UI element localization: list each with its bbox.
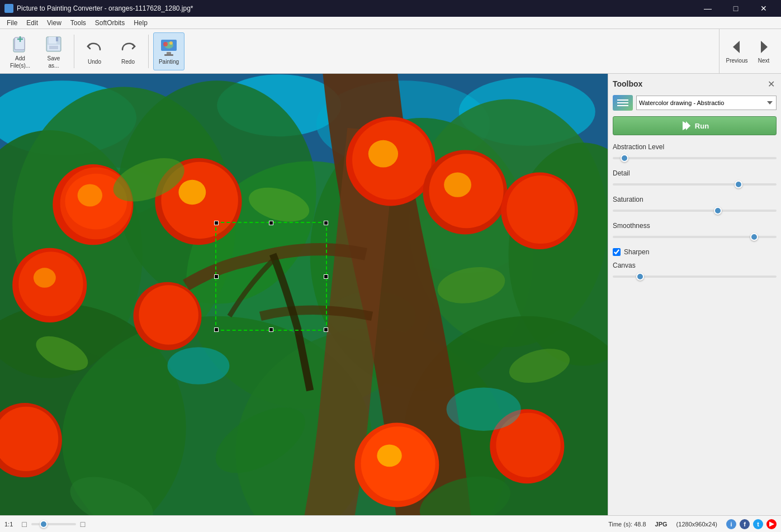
title-bar: Picture to Painting Converter - oranges-…	[0, 0, 781, 17]
minimize-button[interactable]: —	[695, 0, 721, 17]
painting-button[interactable]: Painting	[153, 32, 184, 70]
toolbar-separator-1	[74, 35, 74, 68]
save-as-label2: as...	[49, 63, 59, 69]
previous-label: Previous	[726, 58, 748, 64]
svg-marker-15	[733, 41, 740, 53]
svg-point-58	[377, 444, 401, 467]
run-icon	[680, 120, 692, 131]
canvas-section: Canvas	[613, 262, 777, 282]
svg-marker-16	[761, 41, 768, 53]
app-icon	[4, 4, 13, 13]
svg-rect-6	[56, 37, 58, 41]
run-label: Run	[695, 122, 709, 130]
saturation-section: Saturation	[613, 196, 777, 216]
sharpen-checkbox[interactable]	[613, 248, 621, 256]
undo-icon	[84, 37, 105, 58]
svg-point-71	[167, 347, 229, 384]
zoom-minus-icon[interactable]: □	[22, 520, 26, 529]
previous-arrow-icon	[728, 39, 745, 56]
detail-section: Detail	[613, 169, 777, 190]
sharpen-row: Sharpen	[613, 248, 777, 256]
redo-button[interactable]: Redo	[112, 32, 144, 70]
abstraction-level-label: Abstraction Level	[613, 143, 777, 151]
smoothness-slider[interactable]	[613, 236, 777, 238]
toolbar-separator-2	[148, 35, 149, 68]
youtube-icon[interactable]: ▶	[766, 519, 777, 529]
status-format: JPG	[655, 521, 668, 528]
add-files-label: Add	[15, 55, 25, 61]
redo-label: Redo	[121, 59, 135, 65]
maximize-button[interactable]: □	[723, 0, 749, 17]
zoom-ratio: 1:1	[4, 521, 13, 528]
presets-dropdown[interactable]: Watercolor drawing - Abstractio Oil pain…	[636, 96, 777, 110]
save-as-button[interactable]: Save as...	[38, 32, 69, 70]
svg-rect-8	[49, 46, 58, 49]
smoothness-section: Smoothness	[613, 222, 777, 243]
detail-slider[interactable]	[613, 183, 777, 186]
window-controls: — □ ✕	[695, 0, 777, 17]
painting-label: Painting	[159, 59, 179, 65]
menu-edit[interactable]: Edit	[22, 17, 42, 28]
menu-tools[interactable]: Tools	[66, 17, 91, 28]
svg-point-57	[361, 426, 436, 501]
presets-line-2	[617, 102, 628, 103]
navigation-area: Previous Next	[719, 29, 777, 74]
main-content: Toolbox ✕ Watercolor drawing - Abstracti…	[0, 74, 781, 515]
presets-line-3	[617, 105, 628, 106]
abstraction-level-slider[interactable]	[613, 157, 777, 159]
smoothness-label: Smoothness	[613, 222, 777, 230]
menu-help[interactable]: Help	[129, 17, 152, 28]
facebook-icon[interactable]: f	[740, 519, 750, 529]
zoom-slider[interactable]	[31, 523, 76, 525]
zoom-plus-icon[interactable]: □	[81, 520, 85, 529]
svg-point-53	[444, 172, 471, 197]
run-button[interactable]: Run	[613, 116, 777, 135]
abstraction-level-section: Abstraction Level	[613, 143, 777, 164]
svg-point-47	[139, 285, 198, 344]
canvas-slider[interactable]	[613, 276, 777, 278]
toolbox-panel: Toolbox ✕ Watercolor drawing - Abstracti…	[608, 74, 781, 515]
menu-view[interactable]: View	[42, 17, 66, 28]
presets-line-1	[617, 99, 628, 101]
canvas-area[interactable]	[0, 74, 608, 515]
menu-softorbits[interactable]: SoftOrbits	[91, 17, 129, 28]
next-label: Next	[758, 58, 770, 64]
add-files-button[interactable]: Add File(s)...	[4, 32, 36, 70]
painting-icon	[159, 37, 179, 58]
presets-icon	[613, 95, 633, 111]
save-icon	[44, 34, 64, 54]
next-button[interactable]: Next	[751, 32, 777, 70]
toolbox-close-button[interactable]: ✕	[765, 78, 777, 89]
previous-button[interactable]: Previous	[724, 32, 750, 70]
toolbar: Add File(s)... Save as... Undo	[0, 29, 781, 74]
svg-point-11	[163, 42, 168, 46]
add-files-label2: File(s)...	[10, 63, 30, 69]
undo-button[interactable]: Undo	[79, 32, 110, 70]
svg-rect-5	[49, 37, 56, 44]
next-arrow-icon	[755, 39, 772, 56]
canvas-image	[0, 74, 608, 515]
toolbox-header: Toolbox ✕	[613, 78, 777, 89]
info-icon[interactable]: i	[726, 519, 736, 529]
sharpen-label: Sharpen	[624, 248, 649, 256]
twitter-icon[interactable]: t	[753, 519, 763, 529]
saturation-label: Saturation	[613, 196, 777, 203]
undo-label: Undo	[88, 59, 101, 65]
save-as-label: Save	[48, 55, 60, 61]
svg-point-39	[78, 184, 102, 207]
svg-point-50	[368, 140, 398, 168]
status-time: Time (s): 48.8	[608, 521, 646, 528]
saturation-slider[interactable]	[613, 210, 777, 212]
detail-label: Detail	[613, 169, 777, 177]
svg-point-12	[169, 41, 173, 45]
close-button[interactable]: ✕	[751, 0, 777, 17]
menu-file[interactable]: File	[2, 17, 22, 28]
presets-lines-icon	[617, 99, 628, 106]
painting-canvas	[0, 74, 608, 515]
zoom-slider-area: □ □	[22, 520, 85, 529]
menu-bar: File Edit View Tools SoftOrbits Help	[0, 17, 781, 29]
redo-icon	[118, 37, 138, 58]
status-icons: i f t ▶	[726, 519, 777, 529]
svg-point-72	[447, 387, 521, 431]
window-title: Picture to Painting Converter - oranges-…	[17, 4, 193, 12]
